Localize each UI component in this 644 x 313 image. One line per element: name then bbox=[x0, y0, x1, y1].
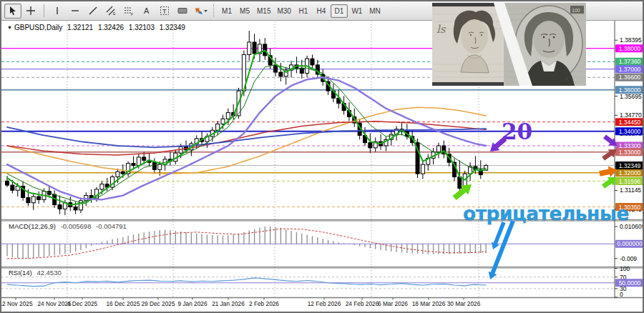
macd-name: MACD(12,26,9) bbox=[9, 222, 56, 230]
timeframe-d1-label: D1 bbox=[335, 7, 344, 15]
timeframe-h1-label: H1 bbox=[299, 7, 308, 15]
rsi-indicator-label: RSI(14) 42.4530 bbox=[9, 269, 64, 277]
ma-period-annotation: 20 bbox=[502, 119, 532, 144]
timeframe-m1-label: M1 bbox=[222, 7, 232, 15]
macd-indicator-label: MACD(12,26,9) -0.005698 -0.004791 bbox=[9, 222, 130, 230]
svg-text:0.000000: 0.000000 bbox=[617, 240, 643, 247]
svg-text:18 Mar 2026: 18 Mar 2026 bbox=[412, 300, 446, 307]
svg-text:1.37360: 1.37360 bbox=[619, 58, 641, 65]
rsi-value: 42.4530 bbox=[36, 269, 61, 277]
svg-text:A: A bbox=[144, 6, 150, 15]
svg-text:1.33000: 1.33000 bbox=[619, 149, 641, 156]
fibonacci-tool-button[interactable]: F bbox=[120, 4, 137, 19]
timeframe-m5-label: M5 bbox=[240, 7, 250, 15]
svg-text:24 Feb 2026: 24 Feb 2026 bbox=[346, 300, 379, 307]
svg-text:1.34000: 1.34000 bbox=[619, 128, 641, 135]
svg-text:1.38000: 1.38000 bbox=[619, 45, 641, 52]
svg-text:ls: ls bbox=[436, 23, 447, 36]
svg-text:E: E bbox=[113, 11, 116, 16]
svg-text:F: F bbox=[131, 12, 133, 16]
timeframe-h4[interactable]: H4 bbox=[313, 4, 330, 18]
svg-text:1.36600: 1.36600 bbox=[619, 74, 641, 81]
svg-text:29 Dec 2025: 29 Dec 2025 bbox=[141, 300, 175, 307]
crosshair-tool-button[interactable] bbox=[22, 4, 39, 19]
timeframe-m30-label: M30 bbox=[277, 7, 291, 15]
svg-text:100: 100 bbox=[620, 265, 630, 272]
svg-text:0: 0 bbox=[620, 291, 623, 298]
ohlc-low: 1.32103 bbox=[129, 24, 155, 31]
timeframe-w1-label: W1 bbox=[351, 7, 362, 15]
timeframe-h1[interactable]: H1 bbox=[295, 4, 312, 18]
equidistant-channel-icon: E bbox=[106, 6, 116, 16]
svg-text:30 Mar 2026: 30 Mar 2026 bbox=[447, 300, 481, 307]
horizontal-line-tool-button[interactable] bbox=[67, 4, 84, 19]
cursor-tool-button[interactable] bbox=[4, 4, 21, 19]
trading-terminal-window: E F A T M1 M5 M15 M30 H1 H4 D1 W1 MN 1.3… bbox=[0, 0, 644, 313]
text-tool-button[interactable]: A bbox=[138, 4, 155, 19]
svg-text:6 Mar 2026: 6 Mar 2026 bbox=[378, 300, 408, 307]
timeframe-mn[interactable]: MN bbox=[366, 4, 384, 18]
svg-text:1.32349: 1.32349 bbox=[619, 162, 641, 169]
svg-text:12 Feb 2026: 12 Feb 2026 bbox=[308, 300, 341, 307]
symbol-title: GBPUSD,Daily bbox=[14, 24, 62, 31]
timeframe-m15-label: M15 bbox=[257, 7, 270, 15]
arrow-shapes-tool-button[interactable] bbox=[192, 4, 209, 19]
svg-text:100: 100 bbox=[572, 8, 580, 13]
banknotes-image: ls bbox=[432, 3, 586, 86]
text-label-tool-button[interactable]: T bbox=[156, 4, 173, 19]
rectangle-icon bbox=[177, 6, 188, 16]
trendline-tool-button[interactable] bbox=[84, 4, 102, 19]
trendline-icon bbox=[88, 6, 98, 16]
horizontal-line-icon bbox=[70, 6, 80, 16]
macd-value: -0.005698 bbox=[61, 222, 92, 230]
symbol-line: ▼GBPUSD,Daily 1.32121 1.32426 1.32103 1.… bbox=[7, 24, 188, 31]
timeframe-m5[interactable]: M5 bbox=[236, 4, 253, 18]
timeframe-m30[interactable]: M30 bbox=[274, 4, 293, 18]
timeframe-w1[interactable]: W1 bbox=[348, 4, 366, 18]
arrow-shapes-icon bbox=[193, 6, 208, 16]
svg-text:1.37000: 1.37000 bbox=[619, 66, 641, 73]
timeframe-m1[interactable]: M1 bbox=[218, 4, 235, 18]
svg-text:1.38395: 1.38395 bbox=[620, 36, 642, 44]
text-icon: A bbox=[142, 6, 152, 16]
negative-annotation: отрицательные bbox=[463, 202, 629, 224]
svg-text:-0.009: -0.009 bbox=[620, 255, 637, 262]
ohlc-high: 1.32426 bbox=[98, 24, 124, 31]
svg-text:12 Nov 2025: 12 Nov 2025 bbox=[1, 300, 33, 307]
crosshair-icon bbox=[26, 6, 36, 16]
svg-text:1.34450: 1.34450 bbox=[619, 119, 641, 126]
ohlc-open: 1.32121 bbox=[67, 24, 93, 31]
toolbar-separator bbox=[44, 4, 44, 17]
text-label-icon: T bbox=[160, 6, 170, 16]
rsi-name: RSI(14) bbox=[9, 269, 32, 277]
rectangle-tool-button[interactable] bbox=[174, 4, 191, 19]
svg-text:1.31145: 1.31145 bbox=[620, 187, 641, 194]
svg-text:4 Dec 2025: 4 Dec 2025 bbox=[67, 300, 98, 307]
svg-text:50.0000: 50.0000 bbox=[619, 279, 641, 287]
timeframe-m15[interactable]: M15 bbox=[254, 4, 273, 18]
fibonacci-icon: F bbox=[124, 6, 134, 16]
svg-text:1.32000: 1.32000 bbox=[619, 169, 641, 177]
svg-text:T: T bbox=[162, 8, 167, 15]
toolbar-separator-dotted bbox=[213, 4, 214, 17]
equidistant-channel-tool-button[interactable]: E bbox=[102, 4, 119, 19]
ohlc-close: 1.32349 bbox=[160, 24, 185, 31]
vertical-line-icon bbox=[52, 6, 62, 16]
svg-text:16 Dec 2025: 16 Dec 2025 bbox=[106, 300, 140, 307]
svg-text:24 Nov 2025: 24 Nov 2025 bbox=[37, 300, 71, 307]
svg-text:21 Jan 2026: 21 Jan 2026 bbox=[212, 300, 245, 307]
svg-text:1.31596: 1.31596 bbox=[619, 178, 641, 185]
chevron-down-icon[interactable]: ▼ bbox=[7, 25, 12, 30]
timeframe-d1[interactable]: D1 bbox=[331, 4, 348, 18]
timeframe-h4-label: H4 bbox=[317, 7, 326, 15]
vertical-line-tool-button[interactable] bbox=[49, 4, 66, 19]
svg-text:9 Jan 2026: 9 Jan 2026 bbox=[177, 300, 207, 307]
macd-signal-value: -0.004791 bbox=[96, 222, 127, 230]
svg-text:1.36000: 1.36000 bbox=[619, 86, 641, 94]
timeframe-mn-label: MN bbox=[369, 7, 381, 15]
cursor-icon bbox=[8, 6, 18, 16]
svg-text:2 Feb 2026: 2 Feb 2026 bbox=[249, 300, 279, 307]
